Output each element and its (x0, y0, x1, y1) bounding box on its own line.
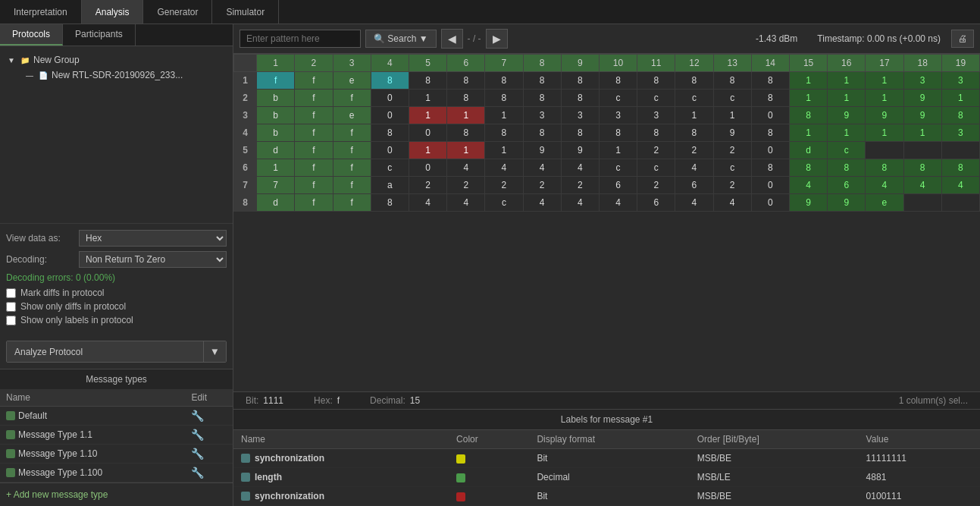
cell-r6-c1[interactable]: 1 (257, 159, 295, 177)
cell-r6-c8[interactable]: 4 (523, 159, 561, 177)
cell-r6-c5[interactable]: 0 (409, 159, 446, 177)
tab-interpretation[interactable]: Interpretation (0, 0, 82, 24)
cell-r5-c7[interactable]: 1 (485, 142, 523, 159)
mark-diffs-checkbox[interactable] (6, 288, 16, 298)
cell-r7-c10[interactable]: 6 (599, 177, 637, 194)
cell-r7-c15[interactable]: 4 (789, 177, 827, 194)
cell-r7-c16[interactable]: 6 (828, 177, 866, 194)
cell-r3-c6[interactable]: 1 (447, 107, 485, 124)
col-header-3[interactable]: 3 (333, 55, 371, 72)
cell-r2-c19[interactable]: 1 (941, 90, 979, 107)
cell-r3-c18[interactable]: 9 (903, 107, 941, 124)
cell-r4-c15[interactable]: 1 (789, 124, 827, 142)
cell-r4-c16[interactable]: 1 (828, 124, 866, 142)
col-header-5[interactable]: 5 (409, 55, 446, 72)
cell-r6-c6[interactable]: 4 (447, 159, 485, 177)
cell-r1-c19[interactable]: 3 (941, 72, 979, 90)
list-item[interactable]: Message Type 1.1🔧 (0, 426, 233, 445)
cell-r3-c17[interactable]: 9 (866, 107, 903, 124)
cell-r3-c8[interactable]: 3 (523, 107, 561, 124)
cell-r1-c8[interactable]: 8 (523, 72, 561, 90)
cell-r8-c3[interactable]: f (333, 194, 371, 212)
col-header-8[interactable]: 8 (523, 55, 561, 72)
cell-r2-c9[interactable]: 8 (561, 90, 599, 107)
list-item[interactable]: Message Type 1.100🔧 (0, 464, 233, 482)
cell-r6-c17[interactable]: 8 (866, 159, 903, 177)
cell-r8-c11[interactable]: 6 (637, 194, 675, 212)
edit-icon[interactable]: 🔧 (191, 448, 204, 460)
col-header-14[interactable]: 14 (751, 55, 789, 72)
cell-r4-c9[interactable]: 8 (561, 124, 599, 142)
cell-r2-c14[interactable]: 8 (751, 90, 789, 107)
cell-r1-c1[interactable]: f (257, 72, 295, 90)
cell-r5-c10[interactable]: 1 (599, 142, 637, 159)
table-row[interactable]: 4bff8088888889811113 (234, 124, 980, 142)
col-header-11[interactable]: 11 (637, 55, 675, 72)
cell-r8-c12[interactable]: 4 (675, 194, 713, 212)
cell-r5-c8[interactable]: 9 (523, 142, 561, 159)
cell-r5-c2[interactable]: f (295, 142, 333, 159)
cell-r8-c7[interactable]: c (485, 194, 523, 212)
edit-icon[interactable]: 🔧 (191, 467, 204, 479)
cell-r8-c16[interactable]: 9 (828, 194, 866, 212)
cell-r5-c6[interactable]: 1 (447, 142, 485, 159)
cell-r7-c5[interactable]: 2 (409, 177, 446, 194)
cell-r7-c19[interactable]: 4 (941, 177, 979, 194)
decoding-select[interactable]: Non Return To Zero (79, 251, 227, 268)
cell-r4-c3[interactable]: f (333, 124, 371, 142)
cell-r7-c14[interactable]: 0 (751, 177, 789, 194)
cell-r2-c2[interactable]: f (295, 90, 333, 107)
cell-r4-c1[interactable]: b (257, 124, 295, 142)
cell-r5-c11[interactable]: 2 (637, 142, 675, 159)
cell-r1-c14[interactable]: 8 (751, 72, 789, 90)
cell-r4-c4[interactable]: 8 (371, 124, 409, 142)
cell-r1-c4[interactable]: 8 (371, 72, 409, 90)
col-header-16[interactable]: 16 (828, 55, 866, 72)
cell-r4-c7[interactable]: 8 (485, 124, 523, 142)
cell-r2-c1[interactable]: b (257, 90, 295, 107)
checkbox-show-diffs[interactable]: Show only diffs in protocol (6, 301, 227, 312)
cell-r6-c14[interactable]: 8 (751, 159, 789, 177)
col-header-7[interactable]: 7 (485, 55, 523, 72)
cell-r1-c16[interactable]: 1 (828, 72, 866, 90)
list-item[interactable]: Default🔧 (0, 407, 233, 426)
cell-r1-c13[interactable]: 8 (713, 72, 751, 90)
table-row[interactable]: 1ffe8888888888811133 (234, 72, 980, 90)
cell-r7-c8[interactable]: 2 (523, 177, 561, 194)
tree-file-item[interactable]: — 📄 New RTL-SDR-20190926_233... (24, 68, 227, 83)
cell-r5-c3[interactable]: f (333, 142, 371, 159)
cell-r8-c10[interactable]: 4 (599, 194, 637, 212)
col-header-2[interactable]: 2 (295, 55, 333, 72)
cell-r4-c5[interactable]: 0 (409, 124, 446, 142)
col-header-10[interactable]: 10 (599, 55, 637, 72)
cell-r7-c13[interactable]: 2 (713, 177, 751, 194)
col-header-6[interactable]: 6 (447, 55, 485, 72)
cell-r8-c19[interactable] (941, 194, 979, 212)
edit-icon[interactable]: 🔧 (191, 410, 204, 422)
cell-r1-c12[interactable]: 8 (675, 72, 713, 90)
cell-r8-c8[interactable]: 4 (523, 194, 561, 212)
cell-r1-c5[interactable]: 8 (409, 72, 446, 90)
cell-r2-c12[interactable]: c (675, 90, 713, 107)
cell-r7-c7[interactable]: 2 (485, 177, 523, 194)
cell-r4-c18[interactable]: 1 (903, 124, 941, 142)
cell-r6-c19[interactable]: 8 (941, 159, 979, 177)
cell-r1-c11[interactable]: 8 (637, 72, 675, 90)
cell-r4-c2[interactable]: f (295, 124, 333, 142)
cell-r7-c1[interactable]: 7 (257, 177, 295, 194)
cell-r7-c2[interactable]: f (295, 177, 333, 194)
col-header-4[interactable]: 4 (371, 55, 409, 72)
tree-group-item[interactable]: ▼ 📁 New Group (6, 52, 227, 68)
col-header-9[interactable]: 9 (561, 55, 599, 72)
cell-r4-c19[interactable]: 3 (941, 124, 979, 142)
table-row[interactable]: 5dff01119912220dc (234, 142, 980, 159)
cell-r3-c12[interactable]: 1 (675, 107, 713, 124)
cell-r3-c14[interactable]: 0 (751, 107, 789, 124)
cell-r7-c4[interactable]: a (371, 177, 409, 194)
cell-r8-c15[interactable]: 9 (789, 194, 827, 212)
cell-r3-c15[interactable]: 8 (789, 107, 827, 124)
checkbox-show-labels[interactable]: Show only labels in protocol (6, 315, 227, 325)
cell-r5-c16[interactable]: c (828, 142, 866, 159)
table-row[interactable]: 77ffa222226262046444 (234, 177, 980, 194)
cell-r5-c5[interactable]: 1 (409, 142, 446, 159)
